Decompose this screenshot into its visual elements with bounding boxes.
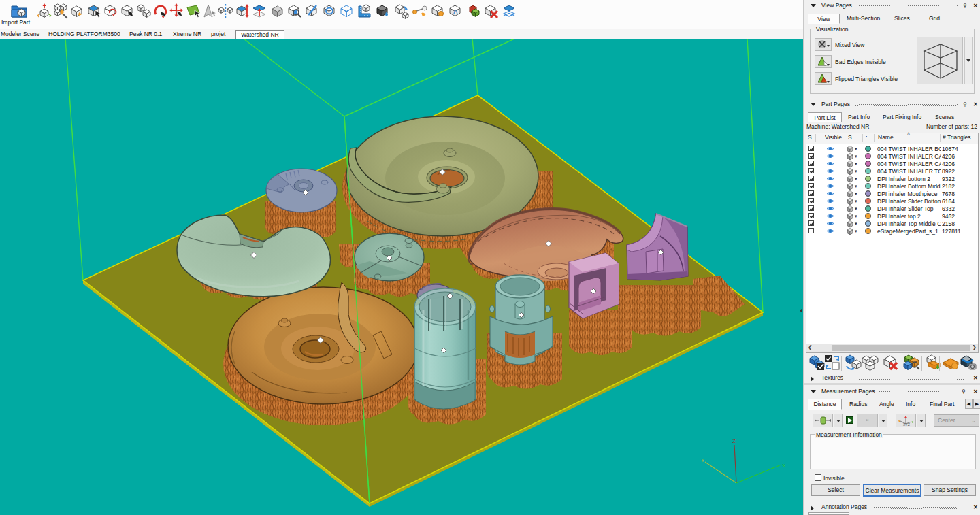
svg-text:A: A [453, 8, 458, 15]
svg-text:XYZ: XYZ [903, 422, 910, 427]
svg-text:Y: Y [701, 457, 705, 463]
svg-text:Z: Z [732, 438, 736, 444]
svg-text:X: X [782, 463, 786, 469]
